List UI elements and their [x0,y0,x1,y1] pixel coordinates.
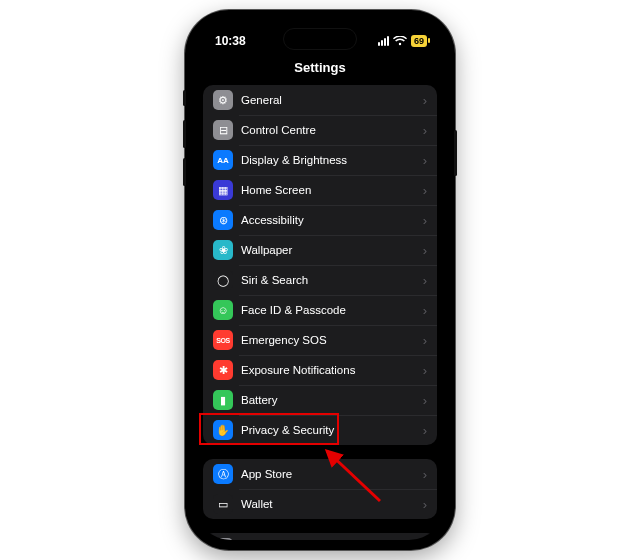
nav-bar: Settings [195,58,445,85]
settings-row-exposure[interactable]: ✱Exposure Notifications› [203,355,437,385]
wifi-icon [393,36,407,46]
settings-row-label: Battery [241,394,415,406]
settings-row-general[interactable]: ⚙General› [203,85,437,115]
settings-row-label: Face ID & Passcode [241,304,415,316]
chevron-right-icon: › [423,94,427,107]
settings-row-faceid[interactable]: ☺Face ID & Passcode› [203,295,437,325]
chevron-right-icon: › [423,364,427,377]
settings-row-wallpaper[interactable]: ❀Wallpaper› [203,235,437,265]
screen: 10:38 69 Settings ⚙General›⊟Control Cent… [195,20,445,540]
chevron-right-icon: › [423,304,427,317]
wallet-icon: ▭ [213,494,233,514]
settings-row-control[interactable]: ⊟Control Centre› [203,115,437,145]
settings-row-passwords[interactable]: 🔑Passwords› [203,533,437,540]
settings-row-battery[interactable]: ▮Battery› [203,385,437,415]
settings-row-label: App Store [241,468,415,480]
settings-row-label: Privacy & Security [241,424,415,436]
passwords-icon: 🔑 [213,538,233,540]
home-screen-icon: ▦ [213,180,233,200]
chevron-right-icon: › [423,124,427,137]
mute-switch[interactable] [183,90,186,106]
volume-down-button[interactable] [183,158,186,186]
chevron-right-icon: › [423,334,427,347]
chevron-right-icon: › [423,154,427,167]
privacy-icon: ✋ [213,420,233,440]
settings-row-wallet[interactable]: ▭Wallet› [203,489,437,519]
battery-icon: ▮ [213,390,233,410]
wallpaper-icon: ❀ [213,240,233,260]
settings-row-privacy[interactable]: ✋Privacy & Security› [203,415,437,445]
settings-row-label: Siri & Search [241,274,415,286]
settings-row-display[interactable]: AADisplay & Brightness› [203,145,437,175]
settings-group: ⚙General›⊟Control Centre›AADisplay & Bri… [203,85,437,445]
settings-row-sos[interactable]: SOSEmergency SOS› [203,325,437,355]
dynamic-island [283,28,357,50]
power-button[interactable] [454,130,457,176]
exposure-icon: ✱ [213,360,233,380]
settings-row-label: Display & Brightness [241,154,415,166]
settings-row-label: Emergency SOS [241,334,415,346]
display-icon: AA [213,150,233,170]
phone-frame: 10:38 69 Settings ⚙General›⊟Control Cent… [185,10,455,550]
status-time: 10:38 [215,34,246,48]
chevron-right-icon: › [423,468,427,481]
faceid-icon: ☺ [213,300,233,320]
settings-row-label: Control Centre [241,124,415,136]
sos-icon: SOS [213,330,233,350]
chevron-right-icon: › [423,498,427,511]
gear-icon: ⚙ [213,90,233,110]
accessibility-icon: ⊛ [213,210,233,230]
chevron-right-icon: › [423,244,427,257]
chevron-right-icon: › [423,274,427,287]
settings-group: ⒶApp Store›▭Wallet› [203,459,437,519]
settings-row-label: General [241,94,415,106]
appstore-icon: Ⓐ [213,464,233,484]
settings-row-siri[interactable]: ◯Siri & Search› [203,265,437,295]
settings-row-appstore[interactable]: ⒶApp Store› [203,459,437,489]
settings-row-label: Exposure Notifications [241,364,415,376]
settings-row-label: Wallet [241,498,415,510]
settings-row-label: Home Screen [241,184,415,196]
volume-up-button[interactable] [183,120,186,148]
settings-row-label: Accessibility [241,214,415,226]
page-title: Settings [294,60,345,75]
control-centre-icon: ⊟ [213,120,233,140]
chevron-right-icon: › [423,424,427,437]
cellular-icon [378,36,389,46]
settings-row-label: Wallpaper [241,244,415,256]
settings-list[interactable]: ⚙General›⊟Control Centre›AADisplay & Bri… [195,85,445,540]
settings-row-home[interactable]: ▦Home Screen› [203,175,437,205]
settings-group: 🔑Passwords›✉Mail› [203,533,437,540]
chevron-right-icon: › [423,214,427,227]
settings-row-access[interactable]: ⊛Accessibility› [203,205,437,235]
siri-icon: ◯ [213,270,233,290]
chevron-right-icon: › [423,394,427,407]
chevron-right-icon: › [423,184,427,197]
battery-indicator: 69 [411,35,427,47]
status-indicators: 69 [378,35,427,47]
